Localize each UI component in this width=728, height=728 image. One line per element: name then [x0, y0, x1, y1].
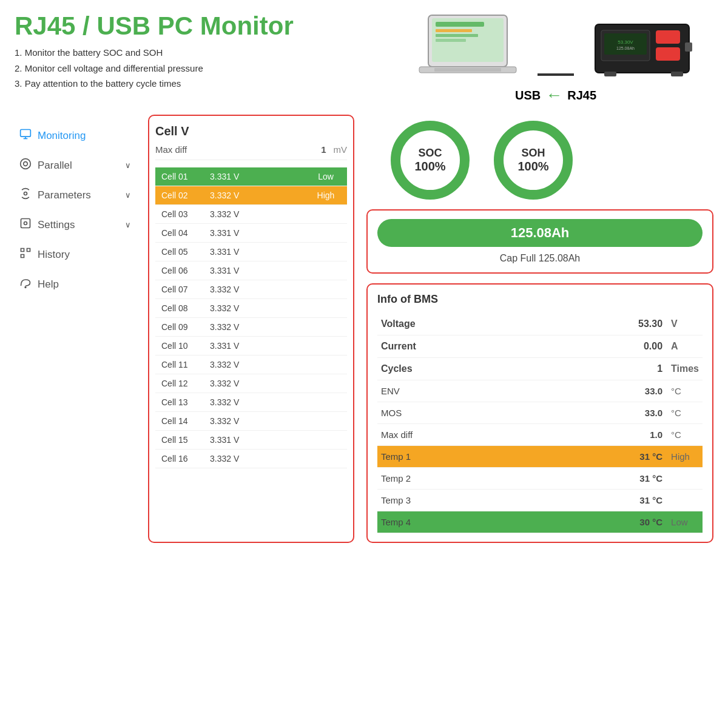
cell-status	[305, 224, 347, 243]
cell-status	[305, 337, 347, 356]
cell-voltage: 3.331 V	[204, 337, 305, 356]
temp-value: 30 °C	[541, 511, 667, 533]
cell-row: Cell 16 3.332 V	[155, 450, 347, 468]
cell-status	[305, 299, 347, 318]
svg-rect-2	[436, 22, 484, 27]
bms-row-label: ENV	[377, 380, 541, 402]
cell-name: Cell 07	[155, 280, 204, 299]
sidebar-item-settings[interactable]: Settings ∨	[15, 210, 136, 240]
cell-name: Cell 06	[155, 261, 204, 280]
cell-status	[305, 393, 347, 412]
temp-row: Temp 3 31 °C	[377, 490, 703, 511]
bms-row-value: 0.00	[541, 335, 667, 358]
bms-row-label: Current	[377, 335, 541, 358]
bms-row: ENV 33.0 °C	[377, 380, 703, 402]
temp-value: 31 °C	[541, 446, 667, 468]
main-title: RJ45 / USB PC Monitor	[15, 12, 386, 40]
temp-row: Temp 4 30 °C Low	[377, 511, 703, 533]
bms-row-label: Voltage	[377, 313, 541, 335]
cell-voltage: 3.331 V	[204, 261, 305, 280]
cell-row: Cell 08 3.332 V	[155, 299, 347, 318]
cell-voltage: 3.332 V	[204, 374, 305, 393]
cell-status: High	[305, 186, 347, 205]
cell-name: Cell 11	[155, 356, 204, 374]
bms-row-label: MOS	[377, 402, 541, 424]
temp-status	[667, 490, 703, 511]
cell-status	[305, 412, 347, 431]
svg-point-27	[25, 287, 26, 288]
temp-label: Temp 1	[377, 446, 541, 468]
cell-status	[305, 450, 347, 468]
soc-label: SOC	[418, 147, 442, 160]
soc-value: 100%	[414, 160, 445, 174]
svg-rect-15	[656, 47, 680, 61]
sidebar-item-help[interactable]: Help	[15, 269, 136, 299]
sidebar-parallel-label: Parallel	[38, 160, 72, 172]
svg-rect-19	[21, 130, 31, 137]
cell-voltage: 3.331 V	[204, 167, 305, 186]
sidebar-item-history[interactable]: History	[15, 240, 136, 269]
bms-row: Cycles 1 Times	[377, 358, 703, 380]
cell-voltage: 3.332 V	[204, 299, 305, 318]
page-body: Monitoring Parallel ∨ Parameters ∨ Setti…	[0, 110, 728, 548]
cell-status	[305, 318, 347, 337]
parallel-chevron: ∨	[125, 161, 131, 170]
sidebar-item-parameters[interactable]: Parameters ∨	[15, 180, 136, 210]
cell-row: Cell 05 3.331 V	[155, 243, 347, 261]
cell-name: Cell 03	[155, 205, 204, 224]
cell-row: Cell 01 3.331 V Low	[155, 167, 347, 186]
cell-status	[305, 374, 347, 393]
cell-row: Cell 14 3.332 V	[155, 412, 347, 431]
soh-circle-container: SOH 100%	[494, 121, 573, 200]
cell-name: Cell 04	[155, 224, 204, 243]
sidebar-item-monitoring[interactable]: Monitoring	[15, 121, 136, 150]
temp-label: Temp 3	[377, 490, 541, 511]
device-row: 53.30V 125.08Ah	[416, 12, 695, 82]
bms-row-unit: °C	[667, 402, 703, 424]
temp-value: 31 °C	[541, 468, 667, 490]
cell-row: Cell 03 3.332 V	[155, 205, 347, 224]
temp-label: Temp 4	[377, 511, 541, 533]
bms-row: Voltage 53.30 V	[377, 313, 703, 335]
cell-status	[305, 356, 347, 374]
cell-voltage: 3.331 V	[204, 224, 305, 243]
svg-rect-16	[685, 42, 692, 52]
cell-row: Cell 12 3.332 V	[155, 374, 347, 393]
bms-row-value: 53.30	[541, 313, 667, 335]
svg-rect-18	[671, 72, 683, 76]
cell-name: Cell 09	[155, 318, 204, 337]
cell-row: Cell 09 3.332 V	[155, 318, 347, 337]
bms-row-value: 1	[541, 358, 667, 380]
cell-status: Low	[305, 167, 347, 186]
cell-row: Cell 10 3.331 V	[155, 337, 347, 356]
battery-device-icon: 53.30V 125.08Ah	[592, 12, 695, 82]
bms-section: Info of BMS Voltage 53.30 V Current 0.00…	[366, 283, 713, 543]
cell-row: Cell 04 3.331 V	[155, 224, 347, 243]
bms-row-value: 1.0	[541, 424, 667, 446]
cable-connector	[538, 73, 574, 76]
bms-row-label: Max diff	[377, 424, 541, 446]
soh-circle: SOH 100%	[494, 121, 573, 200]
sidebar-item-parallel[interactable]: Parallel ∨	[15, 150, 136, 180]
connection-arrow: ←	[545, 86, 562, 105]
point-1: 1. Monitor the battery SOC and SOH	[15, 45, 386, 61]
capacity-bar: 125.08Ah	[377, 219, 703, 247]
cell-name: Cell 12	[155, 374, 204, 393]
svg-point-23	[24, 162, 28, 166]
temp-row: Temp 2 31 °C	[377, 468, 703, 490]
usb-rj45-labels: USB ← RJ45	[398, 86, 713, 105]
header-points: 1. Monitor the battery SOC and SOH 2. Mo…	[15, 45, 386, 92]
cell-panel: Cell V Max diff 1 mV Cell 01 3.331 V Low…	[148, 115, 354, 543]
bms-row-unit: A	[667, 335, 703, 358]
point-2: 2. Monitor cell voltage and differential…	[15, 61, 386, 76]
capacity-section: 125.08Ah Cap Full 125.08Ah	[366, 209, 713, 274]
cell-voltage: 3.332 V	[204, 318, 305, 337]
sidebar-help-label: Help	[38, 278, 59, 291]
cell-status	[305, 205, 347, 224]
cell-name: Cell 16	[155, 450, 204, 468]
bms-title: Info of BMS	[377, 293, 703, 306]
cell-voltage: 3.331 V	[204, 243, 305, 261]
parameters-chevron: ∨	[125, 190, 131, 200]
history-icon	[19, 247, 32, 262]
cell-status	[305, 261, 347, 280]
